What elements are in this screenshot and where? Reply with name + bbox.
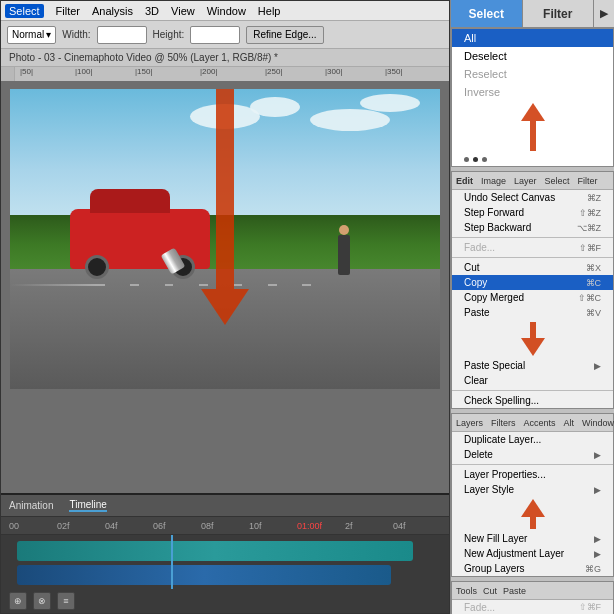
- ruler-label-5: |300|: [325, 67, 343, 76]
- menu-help[interactable]: Help: [258, 5, 281, 17]
- mode-dropdown[interactable]: Normal ▾: [7, 26, 56, 44]
- panel-expand-btn[interactable]: ▶: [594, 0, 614, 27]
- timeline-tracks[interactable]: [1, 535, 449, 589]
- edit-arrow-group: [521, 322, 545, 356]
- edit-paste-special[interactable]: Paste Special ▶: [452, 358, 613, 373]
- edit-step-back-shortcut: ⌥⌘Z: [577, 223, 602, 233]
- edit-tab-layer[interactable]: Layer: [514, 176, 537, 186]
- edit-check-spelling-label: Check Spelling...: [464, 395, 539, 406]
- height-input[interactable]: [190, 26, 240, 44]
- ruler-row: |50| |100| |150| |200| |250| |300| |350|: [1, 67, 449, 81]
- refine-edge-button[interactable]: Refine Edge...: [246, 26, 323, 44]
- layer-tab-accents[interactable]: Accents: [524, 418, 556, 428]
- paste-tab-tools[interactable]: Tools: [456, 586, 477, 596]
- edit-clear[interactable]: Clear: [452, 373, 613, 388]
- document-title-bar: Photo - 03 - Cinemaphoto Video @ 50% (La…: [1, 49, 449, 67]
- width-input[interactable]: [97, 26, 147, 44]
- layer-delete-label: Delete: [464, 449, 493, 460]
- layer-delete[interactable]: Delete ▶: [452, 447, 613, 462]
- timeline-track-audio[interactable]: [17, 565, 391, 585]
- layer-new-adj-arrow: ▶: [594, 549, 601, 559]
- edit-tab-edit[interactable]: Edit: [456, 176, 473, 186]
- person: [338, 235, 350, 275]
- layer-new-fill[interactable]: New Fill Layer ▶: [452, 531, 613, 546]
- edit-check-spelling[interactable]: Check Spelling...: [452, 393, 613, 408]
- edit-tab-image[interactable]: Image: [481, 176, 506, 186]
- paste-fade[interactable]: Fade... ⇧⌘F: [452, 600, 613, 614]
- edit-panel-header: Edit Image Layer Select Filter: [452, 172, 613, 190]
- timeline-playhead[interactable]: [171, 535, 173, 589]
- layer-new-adj[interactable]: New Adjustment Layer ▶: [452, 546, 613, 561]
- ruler-label-6: |350|: [385, 67, 403, 76]
- edit-sep-3: [452, 390, 613, 391]
- edit-clear-label: Clear: [464, 375, 488, 386]
- select-item-deselect[interactable]: Deselect: [452, 47, 613, 65]
- edit-tab-select[interactable]: Select: [545, 176, 570, 186]
- edit-paste-shortcut: ⌘V: [586, 308, 601, 318]
- menu-3d[interactable]: 3D: [145, 5, 159, 17]
- select-panel-arrow: [452, 101, 613, 153]
- timeline-tab-animation[interactable]: Animation: [9, 500, 53, 511]
- edit-copy[interactable]: Copy ⌘C: [452, 275, 613, 290]
- edit-cut-label: Cut: [464, 262, 480, 273]
- layer-sep-1: [452, 464, 613, 465]
- menu-window[interactable]: Window: [207, 5, 246, 17]
- car-wheel-left: [85, 255, 109, 279]
- tick-10f: 10f: [249, 521, 297, 531]
- edit-copy-merged[interactable]: Copy Merged ⇧⌘C: [452, 290, 613, 305]
- layer-duplicate[interactable]: Duplicate Layer...: [452, 432, 613, 447]
- timeline-btn-1[interactable]: ⊕: [9, 592, 27, 610]
- red-car: [70, 209, 210, 269]
- edit-fade[interactable]: Fade... ⇧⌘F: [452, 240, 613, 255]
- edit-paste[interactable]: Paste ⌘V: [452, 305, 613, 320]
- menu-view[interactable]: View: [171, 5, 195, 17]
- timeline-btn-2[interactable]: ⊗: [33, 592, 51, 610]
- tab-filter[interactable]: Filter: [523, 0, 595, 27]
- layer-panel: Layers Filters Accents Alt Window Help D…: [451, 413, 614, 577]
- layer-arrow-group: [521, 499, 545, 529]
- select-item-all[interactable]: All: [452, 29, 613, 47]
- main-arrow-overlay: [201, 89, 249, 325]
- timeline-tab-timeline[interactable]: Timeline: [69, 499, 106, 512]
- layer-tab-filters[interactable]: Filters: [491, 418, 516, 428]
- edit-step-back[interactable]: Step Backward ⌥⌘Z: [452, 220, 613, 235]
- tab-select[interactable]: Select: [451, 0, 523, 27]
- cloud-4: [360, 94, 420, 112]
- paste-tab-cut[interactable]: Cut: [483, 586, 497, 596]
- menu-bar: Select Filter Analysis 3D View Window He…: [1, 1, 449, 21]
- tick-06f: 06f: [153, 521, 201, 531]
- canvas-area[interactable]: [1, 81, 449, 493]
- edit-undo[interactable]: Undo Select Canvas ⌘Z: [452, 190, 613, 205]
- menu-analysis[interactable]: Analysis: [92, 5, 133, 17]
- layer-tab-window[interactable]: Window: [582, 418, 614, 428]
- layer-group[interactable]: Group Layers ⌘G: [452, 561, 613, 576]
- paste-tab-paste[interactable]: Paste: [503, 586, 526, 596]
- timeline-btn-3[interactable]: ≡: [57, 592, 75, 610]
- edit-cut[interactable]: Cut ⌘X: [452, 260, 613, 275]
- edit-sep-1: [452, 237, 613, 238]
- layer-tab-layers[interactable]: Layers: [456, 418, 483, 428]
- select-dropdown: All Deselect Reselect Inverse: [451, 28, 614, 167]
- layer-properties[interactable]: Layer Properties...: [452, 467, 613, 482]
- tick-08f: 08f: [201, 521, 249, 531]
- select-filter-tabs: Select Filter ▶: [451, 0, 614, 28]
- select-item-reselect[interactable]: Reselect: [452, 65, 613, 83]
- menu-filter[interactable]: Filter: [56, 5, 80, 17]
- edit-step-fwd[interactable]: Step Forward ⇧⌘Z: [452, 205, 613, 220]
- ruler-corner: [1, 67, 15, 81]
- tick-01-00f: 01:00f: [297, 521, 345, 531]
- timeline-track-video[interactable]: [17, 541, 413, 561]
- layer-group-shortcut: ⌘G: [585, 564, 601, 574]
- menu-select[interactable]: Select: [5, 4, 44, 18]
- layer-tab-alt[interactable]: Alt: [564, 418, 575, 428]
- tick-02f: 02f: [57, 521, 105, 531]
- select-item-inverse[interactable]: Inverse: [452, 83, 613, 101]
- paste-fade-shortcut: ⇧⌘F: [579, 602, 602, 613]
- layer-duplicate-label: Duplicate Layer...: [464, 434, 541, 445]
- layer-style[interactable]: Layer Style ▶: [452, 482, 613, 497]
- layer-style-arrow: ▶: [594, 485, 601, 495]
- layer-arrow-shaft: [530, 517, 536, 529]
- edit-tab-filter[interactable]: Filter: [578, 176, 598, 186]
- dot-3: [482, 157, 487, 162]
- layer-arrow-up: [521, 499, 545, 517]
